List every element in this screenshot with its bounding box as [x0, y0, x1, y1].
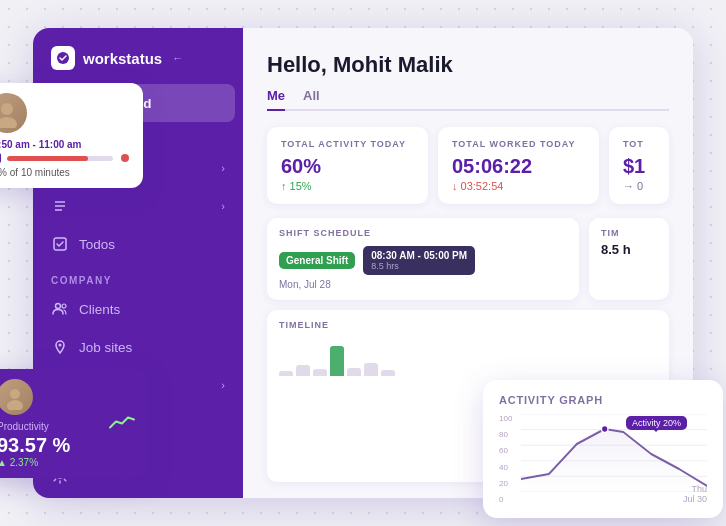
stat-total-value: $1: [623, 155, 655, 178]
list-icon: [51, 197, 69, 215]
graph-y-labels: 100 80 60 40 20 0: [499, 414, 519, 504]
progress-bar-fill: [7, 156, 88, 161]
stat-worked-value: 05:06:22: [452, 155, 585, 178]
app-logo: workstatus ←: [33, 28, 243, 84]
y-label-100: 100: [499, 414, 519, 423]
tabs-row: Me All: [267, 88, 669, 111]
jobsites-icon: [51, 338, 69, 356]
graph-tooltip: Activity 20%: [626, 416, 687, 430]
stat-card-worked: TOTAL WORKED TODAY 05:06:22 ↓ 03:52:54: [438, 127, 599, 204]
logo-suffix: ←: [172, 52, 183, 64]
time-card-label: TIM: [601, 228, 657, 238]
stats-row: TOTAL ACTIVITY TODAY 60% ↑ 15% TOTAL WOR…: [267, 127, 669, 204]
svg-point-18: [0, 117, 17, 128]
todos-icon: [51, 235, 69, 253]
x-label-thu: ThuJul 30: [683, 484, 707, 504]
activity-avatar: [0, 93, 27, 133]
sidebar-section-company: COMPANY: [33, 263, 243, 290]
timeline-bar: [347, 368, 361, 376]
stat-card-total: TOT $1 → 0: [609, 127, 669, 204]
time-card-value: 8.5 h: [601, 242, 657, 257]
svg-point-10: [62, 304, 66, 308]
y-label-40: 40: [499, 463, 519, 472]
stat-activity-sub: ↑ 15%: [281, 180, 414, 192]
shift-label: SHIFT SCHEDULE: [279, 228, 567, 238]
svg-point-20: [7, 400, 23, 410]
svg-point-9: [56, 304, 61, 309]
timeline-bar: [364, 363, 378, 376]
timeline-bar: [296, 365, 310, 376]
svg-point-11: [59, 344, 62, 347]
stat-activity-label: TOTAL ACTIVITY TODAY: [281, 139, 414, 149]
chevron-icon-3: ›: [221, 379, 225, 391]
sidebar-item-2[interactable]: ›: [33, 187, 243, 225]
logo-icon: [51, 46, 75, 70]
timeline-bars: [279, 338, 657, 376]
shift-time-block: 08:30 AM - 05:00 PM 8.5 hrs: [363, 246, 475, 275]
logo-text: workstatus: [83, 50, 162, 67]
svg-point-17: [1, 103, 13, 115]
progress-icon: [0, 153, 1, 163]
svg-point-19: [10, 389, 20, 399]
graph-title: ACTIVITY GRAPH: [499, 394, 707, 406]
float-card-activity: 10:50 am - 11:00 am 76% of 10 minutes: [0, 83, 143, 188]
timeline-bar: [381, 370, 395, 376]
dot-indicator: [121, 154, 129, 162]
y-label-60: 60: [499, 446, 519, 455]
float-card-productivity: Productivity 93.57 % ▲ 2.37%: [0, 369, 148, 478]
timeline-bar: [279, 371, 293, 376]
float-time-label: 10:50 am - 11:00 am: [0, 139, 129, 150]
greeting-title: Hello, Mohit Malik: [267, 52, 669, 78]
graph-svg-area: Activity 20%: [521, 414, 707, 492]
sidebar-item-todos[interactable]: Todos: [33, 225, 243, 263]
shift-tag: General Shift: [279, 252, 355, 269]
stat-card-activity: TOTAL ACTIVITY TODAY 60% ↑ 15%: [267, 127, 428, 204]
float-prod-value: 93.57 %: [0, 434, 134, 457]
float-progress-text: 76% of 10 minutes: [0, 167, 129, 178]
graph-area: 100 80 60 40 20 0 Activity 20%: [499, 414, 707, 504]
chevron-icon-2: ›: [221, 200, 225, 212]
shift-tag-row: General Shift 08:30 AM - 05:00 PM 8.5 hr…: [279, 246, 567, 275]
y-label-80: 80: [499, 430, 519, 439]
app-window: workstatus ← Dashboard PEOPLE Activi: [33, 28, 693, 498]
graph-x-label: ThuJul 30: [683, 484, 707, 504]
svg-point-28: [601, 426, 608, 433]
shift-card: SHIFT SCHEDULE General Shift 08:30 AM - …: [267, 218, 579, 300]
progress-bar-bg: [7, 156, 113, 161]
sidebar-item-jobsites-label: Job sites: [79, 340, 132, 355]
stat-total-label: TOT: [623, 139, 655, 149]
tab-me[interactable]: Me: [267, 88, 285, 111]
productivity-chart-icon: [108, 411, 136, 436]
sidebar-item-clients[interactable]: Clients: [33, 290, 243, 328]
float-prod-sub: ▲ 2.37%: [0, 457, 134, 468]
shift-time-main: 08:30 AM - 05:00 PM: [371, 250, 467, 261]
svg-marker-27: [521, 429, 707, 492]
sidebar-item-jobsites[interactable]: Job sites: [33, 328, 243, 366]
tab-all[interactable]: All: [303, 88, 320, 111]
productivity-avatar: [0, 379, 33, 415]
sidebar-item-clients-label: Clients: [79, 302, 120, 317]
y-label-0: 0: [499, 495, 519, 504]
y-label-20: 20: [499, 479, 519, 488]
float-card-graph: ACTIVITY GRAPH 100 80 60 40 20 0 Activit…: [483, 380, 723, 518]
clients-icon: [51, 300, 69, 318]
time-card: TIM 8.5 h: [589, 218, 669, 300]
shift-date: Mon, Jul 28: [279, 279, 567, 290]
stat-activity-value: 60%: [281, 155, 414, 178]
float-progress-row: [0, 153, 129, 163]
shift-row: SHIFT SCHEDULE General Shift 08:30 AM - …: [267, 218, 669, 300]
shift-hours: 8.5 hrs: [371, 261, 467, 271]
stat-worked-sub: ↓ 03:52:54: [452, 180, 585, 192]
stat-worked-label: TOTAL WORKED TODAY: [452, 139, 585, 149]
stat-total-sub: → 0: [623, 180, 655, 192]
sidebar-item-todos-label: Todos: [79, 237, 115, 252]
timeline-bar: [330, 346, 344, 376]
timeline-label: TIMELINE: [279, 320, 657, 330]
timeline-bar: [313, 369, 327, 376]
chevron-icon: ›: [221, 162, 225, 174]
